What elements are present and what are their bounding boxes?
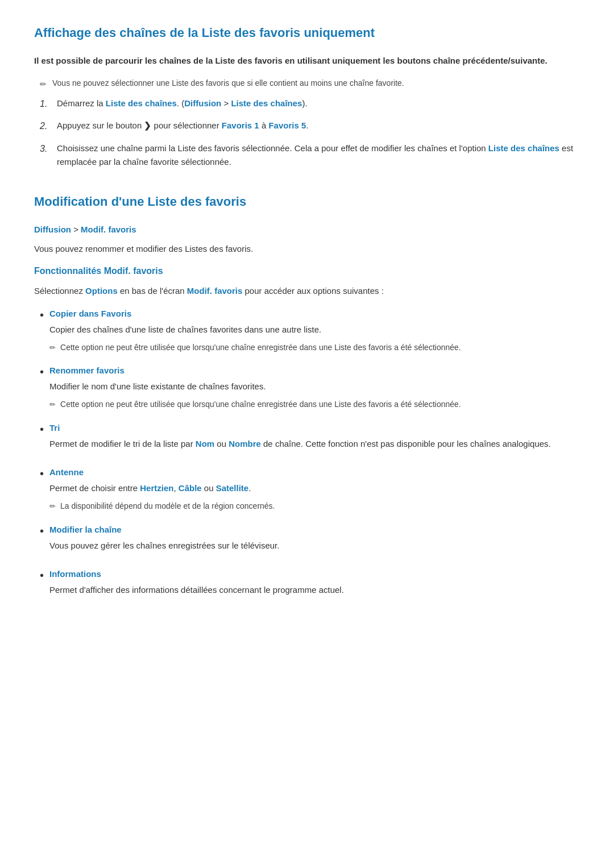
pencil-icon: ✏ (40, 78, 47, 90)
bullet-content-copier: Copier dans Favoris Copier des chaînes d… (49, 307, 580, 354)
bullet-content-informations: Informations Permet d'afficher des infor… (49, 567, 580, 601)
step-3-text: Choisissez une chaîne parmi la Liste des… (57, 142, 580, 169)
item-desc-antenne: Permet de choisir entre Hertzien, Câble … (49, 481, 580, 495)
step-2-text: Appuyez sur le bouton ❯ pour sélectionne… (57, 119, 308, 132)
list-item-renommer: • Renommer favoris Modifier le nom d'une… (40, 364, 580, 411)
list-item-tri: • Tri Permet de modifier le tri de la li… (40, 421, 580, 455)
step-1-num: 1. (40, 97, 50, 111)
item-note-text-renommer: Cette option ne peut être utilisée que l… (60, 398, 461, 410)
item-title-tri: Tri (49, 421, 580, 435)
list-item-informations: • Informations Permet d'afficher des inf… (40, 567, 580, 601)
bullet-row-tri: • Tri Permet de modifier le tri de la li… (40, 421, 580, 455)
step-2-num: 2. (40, 119, 50, 134)
section1-note: ✏ Vous ne pouvez sélectionner une Liste … (40, 77, 580, 90)
bullet-dot-informations: • (40, 567, 44, 583)
step-2: 2. Appuyez sur le bouton ❯ pour sélectio… (40, 119, 580, 134)
bullet-dot-antenne: • (40, 466, 44, 481)
item-note-renommer: ✏ Cette option ne peut être utilisée que… (49, 398, 580, 411)
step-3-num: 3. (40, 142, 50, 156)
link-liste-chaines-3[interactable]: Liste des chaînes (488, 143, 559, 153)
link-options[interactable]: Options (85, 286, 118, 296)
bullet-row-modifier: • Modifier la chaîne Vous pouvez gérer l… (40, 523, 580, 557)
bullet-content-modifier: Modifier la chaîne Vous pouvez gérer les… (49, 523, 580, 557)
link-liste-chaines-2[interactable]: Liste des chaînes (231, 98, 302, 108)
item-desc-copier: Copier des chaînes d'une liste de chaîne… (49, 323, 580, 337)
link-favoris5[interactable]: Favoris 5 (268, 121, 306, 130)
bullet-row-renommer: • Renommer favoris Modifier le nom d'une… (40, 364, 580, 411)
link-modif-favoris-2[interactable]: Modif. favoris (187, 286, 243, 296)
section1-title: Affichage des chaînes de la Liste des fa… (34, 23, 580, 45)
item-title-antenne: Antenne (49, 466, 580, 479)
step-1: 1. Démarrez la Liste des chaînes. (Diffu… (40, 97, 580, 111)
link-cable[interactable]: Câble (179, 483, 202, 493)
section1-steps: 1. Démarrez la Liste des chaînes. (Diffu… (40, 97, 580, 169)
bullet-content-renommer: Renommer favoris Modifier le nom d'une l… (49, 364, 580, 411)
bullet-content-antenne: Antenne Permet de choisir entre Hertzien… (49, 466, 580, 513)
bullet-row-copier: • Copier dans Favoris Copier des chaînes… (40, 307, 580, 354)
pencil-icon-renommer: ✏ (49, 399, 56, 411)
item-title-modifier: Modifier la chaîne (49, 523, 580, 537)
link-hertzien[interactable]: Hertzien (140, 483, 173, 493)
nav-diffusion[interactable]: Diffusion (34, 225, 71, 234)
section1-intro: Il est possible de parcourir les chaînes… (34, 54, 580, 68)
bullet-row-antenne: • Antenne Permet de choisir entre Hertzi… (40, 466, 580, 513)
pencil-icon-antenne: ✏ (49, 501, 56, 513)
bullet-dot-tri: • (40, 421, 44, 437)
section2-title: Modification d'une Liste des favoris (34, 192, 580, 214)
step-3: 3. Choisissez une chaîne parmi la Liste … (40, 142, 580, 169)
section1-note-text: Vous ne pouvez sélectionner une Liste de… (52, 77, 404, 89)
link-satellite[interactable]: Satellite (216, 483, 249, 493)
pencil-icon-copier: ✏ (49, 342, 56, 354)
item-desc-informations: Permet d'afficher des informations détai… (49, 583, 580, 597)
item-note-text-copier: Cette option ne peut être utilisée que l… (60, 341, 461, 354)
list-item-antenne: • Antenne Permet de choisir entre Hertzi… (40, 466, 580, 513)
section2-subsection-title: Fonctionnalités Modif. favoris (34, 264, 580, 279)
list-item-modifier: • Modifier la chaîne Vous pouvez gérer l… (40, 523, 580, 557)
link-nombre[interactable]: Nombre (229, 439, 261, 448)
item-title-informations: Informations (49, 567, 580, 581)
item-title-copier: Copier dans Favoris (49, 307, 580, 321)
section2-nav: Diffusion > Modif. favoris (34, 223, 580, 236)
section-affichage: Affichage des chaînes de la Liste des fa… (34, 23, 580, 169)
nav-sep: > (71, 225, 81, 234)
link-nom[interactable]: Nom (196, 439, 214, 448)
link-diffusion-1[interactable]: Diffusion (184, 98, 221, 108)
bullet-dot-copier: • (40, 307, 44, 323)
section2-desc: Vous pouvez renommer et modifier des Lis… (34, 242, 580, 256)
fonc-intro: Sélectionnez Options en bas de l'écran M… (34, 284, 580, 298)
item-title-renommer: Renommer favoris (49, 364, 580, 377)
nav-modif-favoris[interactable]: Modif. favoris (81, 225, 136, 234)
item-desc-tri: Permet de modifier le tri de la liste pa… (49, 437, 580, 451)
bullet-row-informations: • Informations Permet d'afficher des inf… (40, 567, 580, 601)
item-note-copier: ✏ Cette option ne peut être utilisée que… (49, 341, 580, 354)
link-liste-chaines-1[interactable]: Liste des chaînes (106, 98, 177, 108)
fonc-list: • Copier dans Favoris Copier des chaînes… (40, 307, 580, 601)
section-modification: Modification d'une Liste des favoris Dif… (34, 192, 580, 601)
bullet-content-tri: Tri Permet de modifier le tri de la list… (49, 421, 580, 455)
item-note-antenne: ✏ La disponibilité dépend du modèle et d… (49, 500, 580, 513)
link-favoris1[interactable]: Favoris 1 (222, 121, 259, 130)
item-note-text-antenne: La disponibilité dépend du modèle et de … (60, 500, 275, 512)
bullet-dot-renommer: • (40, 364, 44, 380)
list-item-copier: • Copier dans Favoris Copier des chaînes… (40, 307, 580, 354)
step-1-text: Démarrez la Liste des chaînes. (Diffusio… (57, 97, 308, 110)
item-desc-modifier: Vous pouvez gérer les chaînes enregistré… (49, 539, 580, 553)
bullet-dot-modifier: • (40, 523, 44, 539)
item-desc-renommer: Modifier le nom d'une liste existante de… (49, 380, 580, 393)
